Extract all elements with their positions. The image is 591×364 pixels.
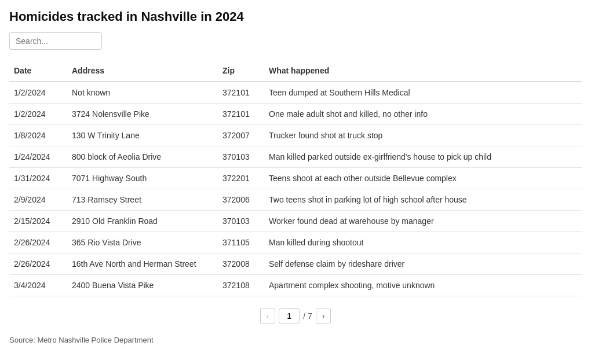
col-header-date: Date xyxy=(9,61,67,82)
cell-address: 365 Rio Vista Drive xyxy=(67,232,218,253)
cell-date: 2/26/2024 xyxy=(9,232,67,253)
table-row: 1/2/2024Not known372101Teen dumped at So… xyxy=(9,82,582,104)
table-row: 2/9/2024713 Ramsey Street372006Two teens… xyxy=(9,189,582,211)
cell-what-happened: Two teens shot in parking lot of high sc… xyxy=(264,189,582,211)
table-row: 1/2/20243724 Nolensville Pike372101One m… xyxy=(9,104,582,125)
cell-zip: 372108 xyxy=(218,275,264,296)
cell-date: 1/31/2024 xyxy=(9,168,67,189)
col-header-zip: Zip xyxy=(218,61,264,82)
cell-date: 1/2/2024 xyxy=(9,104,67,125)
col-header-what-happened: What happened xyxy=(264,61,582,82)
cell-address: 800 block of Aeolia Drive xyxy=(67,146,218,168)
cell-zip: 372201 xyxy=(218,168,264,189)
prev-page-button[interactable]: ‹ xyxy=(260,308,276,324)
cell-address: 16th Ave North and Herman Street xyxy=(67,253,218,275)
cell-zip: 371105 xyxy=(218,232,264,253)
page-title: Homicides tracked in Nashville in 2024 xyxy=(9,9,582,24)
cell-date: 2/15/2024 xyxy=(9,211,67,232)
cell-what-happened: Man killed during shootout xyxy=(264,232,582,253)
cell-date: 2/26/2024 xyxy=(9,253,67,275)
cell-address: Not known xyxy=(67,82,218,104)
table-row: 2/15/20242910 Old Franklin Road370103Wor… xyxy=(9,211,582,232)
cell-address: 7071 Highway South xyxy=(67,168,218,189)
table-row: 2/26/2024365 Rio Vista Drive371105Man ki… xyxy=(9,232,582,253)
homicides-table: Date Address Zip What happened 1/2/2024N… xyxy=(9,61,582,296)
pagination: ‹ / 7 › xyxy=(9,308,582,324)
page-number-input[interactable] xyxy=(279,308,300,323)
table-row: 1/8/2024130 W Trinity Lane372007Trucker … xyxy=(9,125,582,146)
cell-what-happened: Self defense claim by rideshare driver xyxy=(264,253,582,275)
cell-date: 1/24/2024 xyxy=(9,146,67,168)
cell-date: 1/2/2024 xyxy=(9,82,67,104)
cell-zip: 372101 xyxy=(218,104,264,125)
cell-address: 2400 Buena Vista Pike xyxy=(67,275,218,296)
table-row: 3/4/20242400 Buena Vista Pike372108Apart… xyxy=(9,275,582,296)
total-pages: / 7 xyxy=(303,311,312,321)
source-attribution: Source: Metro Nashville Police Departmen… xyxy=(9,336,582,344)
next-page-button[interactable]: › xyxy=(316,308,331,324)
cell-zip: 372006 xyxy=(218,189,264,211)
cell-address: 3724 Nolensville Pike xyxy=(67,104,218,125)
cell-zip: 372007 xyxy=(218,125,264,146)
cell-date: 2/9/2024 xyxy=(9,189,67,211)
col-header-address: Address xyxy=(67,61,218,82)
cell-zip: 372008 xyxy=(218,253,264,275)
cell-what-happened: Worker found dead at warehouse by manage… xyxy=(264,211,582,232)
cell-what-happened: Teen dumped at Southern Hills Medical xyxy=(264,82,582,104)
cell-address: 2910 Old Franklin Road xyxy=(67,211,218,232)
cell-date: 3/4/2024 xyxy=(9,275,67,296)
cell-what-happened: Man killed parked outside ex-girlfriend'… xyxy=(264,146,582,168)
table-row: 2/26/202416th Ave North and Herman Stree… xyxy=(9,253,582,275)
search-input[interactable] xyxy=(9,32,102,50)
cell-address: 130 W Trinity Lane xyxy=(67,125,218,146)
cell-zip: 370103 xyxy=(218,146,264,168)
table-row: 1/24/2024800 block of Aeolia Drive370103… xyxy=(9,146,582,168)
cell-zip: 370103 xyxy=(218,211,264,232)
cell-address: 713 Ramsey Street xyxy=(67,189,218,211)
cell-what-happened: Teens shoot at each other outside Bellev… xyxy=(264,168,582,189)
cell-what-happened: Apartment complex shooting, motive unkno… xyxy=(264,275,582,296)
cell-what-happened: One male adult shot and killed, no other… xyxy=(264,104,582,125)
cell-date: 1/8/2024 xyxy=(9,125,67,146)
cell-what-happened: Trucker found shot at truck stop xyxy=(264,125,582,146)
table-row: 1/31/20247071 Highway South372201Teens s… xyxy=(9,168,582,189)
cell-zip: 372101 xyxy=(218,82,264,104)
